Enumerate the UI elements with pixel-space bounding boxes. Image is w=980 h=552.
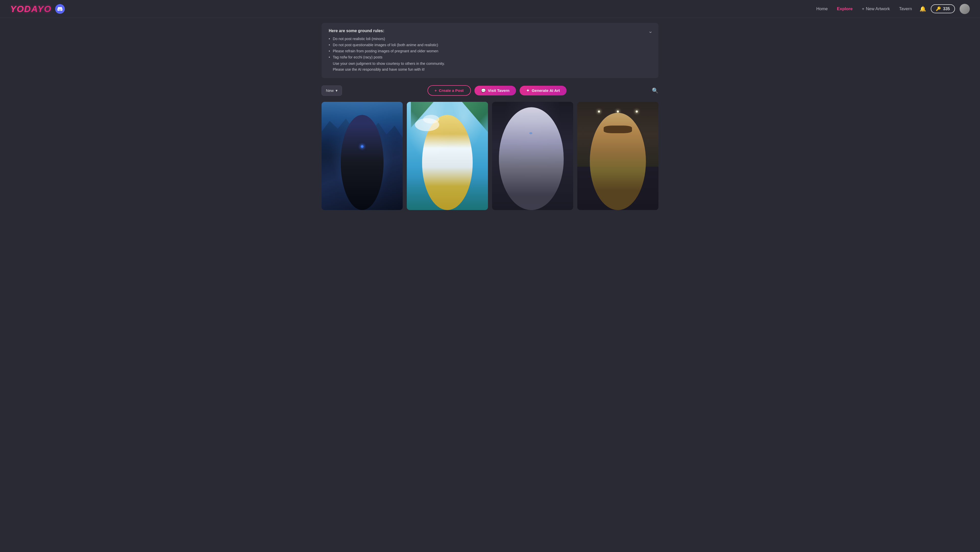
- nav-links: Home Explore + New Artwork Tavern: [816, 6, 912, 11]
- artwork-card-1[interactable]: [321, 102, 403, 210]
- ceiling-light-3: [636, 110, 638, 113]
- logo-text[interactable]: YODAYO: [10, 4, 52, 14]
- nav-tavern[interactable]: Tavern: [899, 6, 912, 11]
- user-avatar[interactable]: [959, 4, 970, 14]
- sunglasses-hint: [604, 126, 632, 133]
- coins-icon: 🔑: [936, 6, 941, 11]
- sparkle-icon: ✦: [526, 88, 530, 93]
- nav-actions: 🔔 🔑 335: [920, 4, 970, 14]
- ceiling-lights: [577, 110, 659, 113]
- chevron-down-icon: ▾: [336, 88, 338, 93]
- main-content: Here are some ground rules: Do not post …: [311, 18, 669, 215]
- ceiling-light-1: [598, 110, 600, 113]
- coins-button[interactable]: 🔑 335: [931, 4, 955, 13]
- white-hair-figure: [499, 107, 564, 210]
- plus-icon: +: [862, 6, 864, 11]
- artwork-card-3[interactable]: [492, 102, 573, 210]
- collapse-rules-icon[interactable]: ⌄: [648, 28, 653, 34]
- create-icon: +: [434, 88, 437, 93]
- filter-bar: New ▾ + Create a Post 💬 Visit Tavern ✦ G…: [321, 85, 659, 96]
- sort-dropdown[interactable]: New ▾: [321, 86, 342, 96]
- nav-new-artwork[interactable]: + New Artwork: [862, 6, 890, 11]
- generate-label: Generate AI Art: [531, 88, 560, 93]
- ceiling-light-2: [617, 110, 619, 113]
- coins-count: 335: [943, 6, 950, 11]
- rules-list: Do not post realistic loli (minors) Do n…: [329, 37, 651, 59]
- rules-extra: Use your own judgment to show courtesy t…: [329, 61, 651, 73]
- artwork-card-4[interactable]: [577, 102, 659, 210]
- sort-label: New: [326, 88, 334, 93]
- rule-item-1: Do not post realistic loli (minors): [329, 37, 651, 41]
- rule-item-3: Please refrain from posting images of pr…: [329, 49, 651, 53]
- discord-icon[interactable]: [55, 4, 65, 14]
- chat-icon: 💬: [481, 88, 486, 93]
- logo-area: YODAYO: [10, 4, 65, 14]
- blue-eye-hint: [529, 132, 532, 134]
- rules-extra-line1: Use your own judgment to show courtesy t…: [333, 61, 651, 67]
- generate-ai-art-button[interactable]: ✦ Generate AI Art: [520, 86, 566, 95]
- filter-buttons: + Create a Post 💬 Visit Tavern ✦ Generat…: [346, 85, 648, 96]
- rule-item-2: Do not post questionable images of loli …: [329, 43, 651, 47]
- rule-item-4: Tag nsfw for ecchi (racy) posts: [329, 55, 651, 59]
- notification-bell-icon[interactable]: 🔔: [920, 6, 926, 12]
- create-label: Create a Post: [439, 88, 464, 93]
- nav-explore[interactable]: Explore: [837, 6, 853, 11]
- visit-tavern-button[interactable]: 💬 Visit Tavern: [474, 86, 516, 95]
- search-icon[interactable]: 🔍: [652, 87, 659, 94]
- nav-new-artwork-label: New Artwork: [866, 6, 890, 11]
- nav-home[interactable]: Home: [816, 6, 828, 11]
- rules-extra-line2: Please use the AI responsibly and have s…: [333, 67, 651, 73]
- gem-decoration: [361, 145, 363, 148]
- create-post-button[interactable]: + Create a Post: [428, 85, 471, 96]
- rules-title: Here are some ground rules:: [329, 29, 651, 33]
- image-grid: [321, 102, 659, 210]
- rules-banner: Here are some ground rules: Do not post …: [321, 23, 659, 78]
- cloud-2: [423, 115, 439, 124]
- artwork-card-2[interactable]: [407, 102, 488, 210]
- navbar: YODAYO Home Explore + New Artwork Tavern…: [0, 0, 980, 18]
- tavern-label: Visit Tavern: [488, 88, 510, 93]
